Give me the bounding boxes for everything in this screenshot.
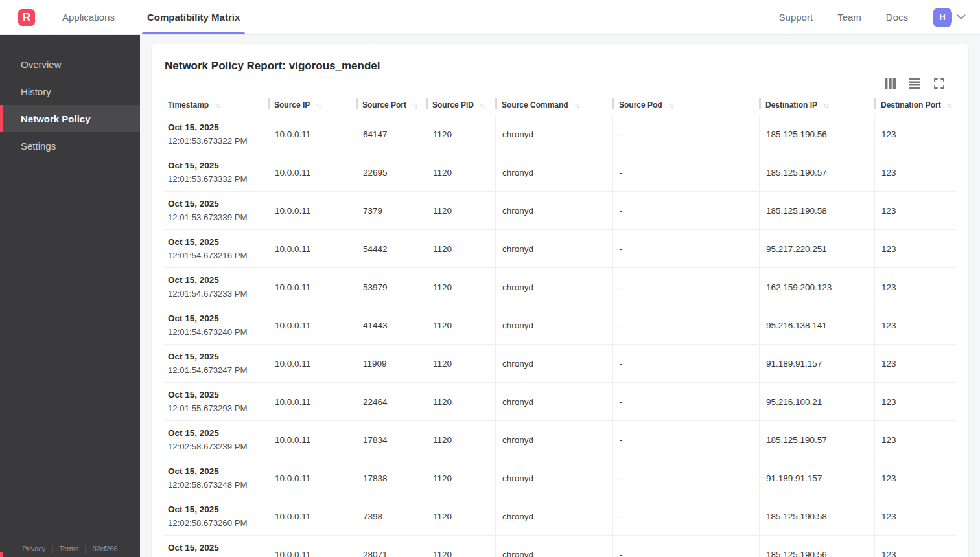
column-header-label: Source Pod (619, 100, 662, 109)
sidebar-item[interactable]: Network Policy (0, 105, 140, 132)
columns-view-icon[interactable] (884, 78, 896, 89)
cell-source-command: chronyd (495, 153, 612, 191)
cell-source-ip: 10.0.0.11 (268, 345, 356, 382)
sidebar-item[interactable]: Settings (0, 132, 140, 159)
sort-icon[interactable]: ↑↓ (480, 101, 484, 109)
timestamp-date: Oct 15, 2025 (168, 350, 264, 363)
rows-view-icon[interactable] (909, 78, 920, 89)
cell-source-port: 28071 (356, 536, 426, 557)
cell-source-pid: 1120 (426, 421, 495, 459)
timestamp-date: Oct 15, 2025 (168, 312, 264, 325)
privacy-link[interactable]: Privacy (22, 545, 45, 552)
table-row[interactable]: Oct 15, 2025 12:01:54.673247 PM 10.0.0.1… (164, 345, 956, 383)
user-menu[interactable]: H (933, 8, 966, 27)
terms-link[interactable]: Terms (59, 545, 78, 552)
table-row[interactable]: Oct 15, 2025 12:01:54.673240 PM 10.0.0.1… (164, 306, 956, 345)
cell-destination-ip: 185.125.190.56 (759, 536, 874, 557)
sort-icon[interactable]: ↑↓ (316, 101, 320, 109)
cell-source-ip: 10.0.0.11 (268, 115, 356, 153)
cell-timestamp: Oct 15, 2025 12:01:55.673293 PM (164, 383, 268, 420)
sidebar-item[interactable]: Overview (0, 51, 140, 78)
timestamp-time: 12:01:55.673293 PM (168, 402, 264, 415)
footer-divider: | (51, 544, 53, 553)
primary-nav: Applications Compatibility Matrix (57, 0, 245, 34)
timestamp-time: 12:01:54.673216 PM (168, 249, 264, 262)
sidebar-item[interactable]: History (0, 78, 140, 105)
table-row[interactable]: Oct 15, 2025 12:02:58.673239 PM 10.0.0.1… (164, 421, 956, 459)
timestamp-date: Oct 15, 2025 (168, 235, 264, 249)
sidebar-bottom-accent (0, 552, 3, 557)
timestamp-date: Oct 15, 2025 (168, 159, 264, 172)
top-link[interactable]: Team (837, 12, 861, 23)
chevron-down-icon[interactable] (957, 14, 966, 20)
cell-source-command: chronyd (495, 459, 612, 497)
footer-divider: | (84, 544, 86, 553)
sort-icon[interactable]: ↑↓ (412, 101, 417, 109)
cell-source-ip: 10.0.0.11 (268, 536, 356, 557)
table-row[interactable]: Oct 15, 2025 12:02:58.673267 PM 10.0.0.1… (164, 536, 956, 557)
cell-destination-ip: 91.189.91.157 (759, 345, 874, 382)
cell-destination-port: 123 (874, 230, 956, 267)
top-link[interactable]: Docs (886, 12, 908, 23)
sort-icon[interactable]: ↑↓ (947, 101, 951, 109)
cell-destination-ip: 95.216.100.21 (759, 383, 874, 420)
top-link[interactable]: Support (779, 12, 813, 23)
timestamp-time: 12:02:58.673260 PM (168, 516, 264, 530)
cell-source-pod: - (612, 153, 759, 191)
cell-timestamp: Oct 15, 2025 12:02:58.673239 PM (164, 421, 268, 459)
cell-destination-ip: 185.125.190.58 (759, 497, 874, 535)
sidebar-nav: Overview History Network Policy Settings (0, 51, 140, 159)
cell-source-port: 54442 (356, 230, 426, 267)
column-header-label: Source Command (502, 100, 568, 109)
sort-icon[interactable]: ↑↓ (823, 101, 828, 109)
cell-timestamp: Oct 15, 2025 12:01:53.673332 PM (164, 153, 268, 191)
timestamp-date: Oct 15, 2025 (168, 120, 264, 134)
sidebar-item-label: History (21, 86, 51, 97)
table-row[interactable]: Oct 15, 2025 12:01:54.673233 PM 10.0.0.1… (164, 268, 956, 306)
timestamp-date: Oct 15, 2025 (168, 426, 264, 440)
table-row[interactable]: Oct 15, 2025 12:01:53.673332 PM 10.0.0.1… (164, 153, 956, 192)
cell-source-port: 17834 (356, 421, 426, 459)
column-header[interactable]: Source PID ↑↓ (426, 97, 495, 115)
column-header[interactable]: Source Command ↑↓ (495, 97, 612, 115)
column-header-label: Source PID (432, 100, 474, 109)
cell-timestamp: Oct 15, 2025 12:01:53.673339 PM (164, 192, 268, 229)
cell-destination-ip: 91.189.91.157 (759, 459, 874, 497)
sort-icon[interactable]: ↑↓ (215, 101, 219, 109)
table-row[interactable]: Oct 15, 2025 12:02:58.673260 PM 10.0.0.1… (164, 497, 956, 536)
table-row[interactable]: Oct 15, 2025 12:01:53.673322 PM 10.0.0.1… (164, 115, 956, 153)
fullscreen-icon[interactable] (933, 78, 945, 89)
topbar-right: SupportTeamDocs H (779, 8, 980, 27)
table-row[interactable]: Oct 15, 2025 12:01:54.673216 PM 10.0.0.1… (164, 230, 956, 268)
column-header[interactable]: Source Pod ↑↓ (612, 97, 759, 115)
cell-source-pid: 1120 (426, 268, 495, 306)
cell-timestamp: Oct 15, 2025 12:02:58.673248 PM (164, 459, 268, 497)
cell-source-port: 17838 (356, 459, 426, 497)
cell-source-pod: - (612, 421, 759, 459)
column-header[interactable]: Source IP ↑↓ (268, 97, 356, 115)
avatar[interactable]: H (933, 8, 952, 27)
column-header[interactable]: Destination Port ↑↓ (874, 97, 956, 115)
cell-destination-port: 123 (874, 345, 956, 382)
column-header[interactable]: Destination IP ↑↓ (759, 97, 874, 115)
table-row[interactable]: Oct 15, 2025 12:01:53.673339 PM 10.0.0.1… (164, 192, 956, 230)
column-header[interactable]: Source Port ↑↓ (356, 97, 426, 115)
sort-icon[interactable]: ↑↓ (574, 101, 579, 109)
cell-source-pod: - (612, 115, 759, 153)
cell-timestamp: Oct 15, 2025 12:01:54.673247 PM (164, 345, 268, 382)
cell-timestamp: Oct 15, 2025 12:02:58.673260 PM (164, 497, 268, 535)
top-nav-item[interactable]: Compatibility Matrix (142, 0, 245, 34)
sidebar-item-label: Network Policy (21, 113, 91, 124)
report-card: Network Policy Report: vigorous_mendel (152, 44, 968, 557)
table-row[interactable]: Oct 15, 2025 12:02:58.673248 PM 10.0.0.1… (164, 459, 956, 497)
cell-source-command: chronyd (495, 230, 612, 267)
cell-destination-ip: 185.125.190.57 (759, 153, 874, 191)
column-header-label: Destination Port (881, 100, 941, 109)
app-logo[interactable]: R (18, 9, 35, 26)
top-nav-item[interactable]: Applications (57, 0, 120, 34)
cell-source-command: chronyd (495, 421, 612, 459)
sort-icon[interactable]: ↑↓ (668, 101, 673, 109)
top-nav-item-label: Applications (62, 12, 115, 23)
column-header[interactable]: Timestamp ↑↓ (164, 97, 268, 115)
table-row[interactable]: Oct 15, 2025 12:01:55.673293 PM 10.0.0.1… (164, 383, 956, 421)
